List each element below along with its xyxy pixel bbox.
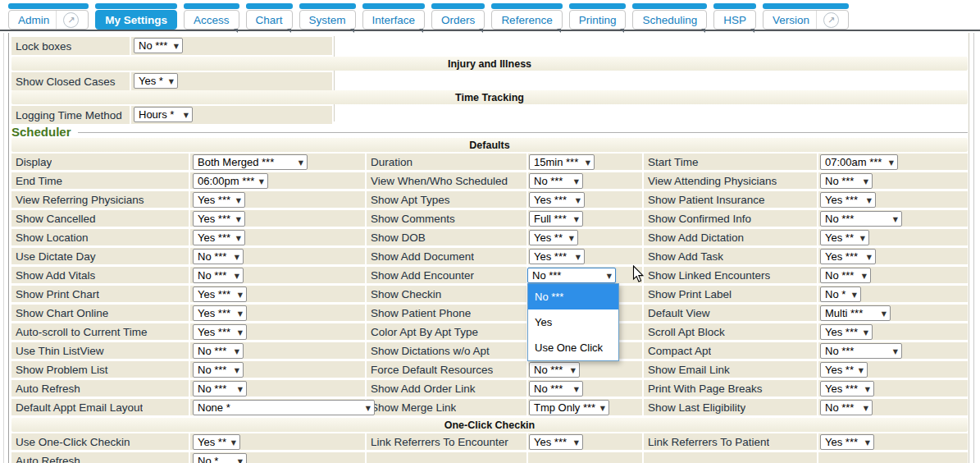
select-default-appt-email-layout[interactable]: None *▼ bbox=[193, 400, 375, 415]
dropdown-arrow-icon: ▼ bbox=[607, 272, 612, 279]
select-show-closed-cases[interactable]: Yes *▼ bbox=[134, 73, 178, 89]
select-auto-refresh[interactable]: No ***▼ bbox=[193, 381, 247, 397]
dropdown-option-no[interactable]: No *** bbox=[528, 284, 618, 309]
dropdown-arrow-icon: ▼ bbox=[576, 196, 581, 204]
select-show-add-dictation[interactable]: Yes **▼ bbox=[820, 230, 869, 245]
tab-my-settings[interactable]: My Settings bbox=[95, 3, 177, 30]
row-cell: Use One-Click Checkin bbox=[11, 433, 189, 450]
select-duration[interactable]: 15min ***▼ bbox=[529, 154, 595, 170]
tab-version[interactable]: Version↗ bbox=[763, 3, 849, 30]
setting-label: Use Dictate Day bbox=[11, 250, 96, 263]
select-use-thin-listview[interactable]: No ***▼ bbox=[193, 343, 244, 359]
select-show-confirmed-info[interactable]: No ***▼ bbox=[820, 211, 902, 227]
select-show-chart-online[interactable]: Yes ***▼ bbox=[193, 305, 247, 321]
select-print-with-page-breaks[interactable]: Yes ***▼ bbox=[820, 381, 874, 397]
select-show-add-order-link[interactable]: No ***▼ bbox=[529, 381, 583, 397]
select-auto-scroll-to-current-time[interactable]: Yes ***▼ bbox=[193, 324, 247, 340]
row-cell: Link Referrers To Encounter bbox=[367, 433, 526, 450]
row-cell: View Referring Physicians bbox=[11, 191, 189, 208]
setting-label: Force Default Resources bbox=[367, 364, 493, 376]
row-cell: Show Patient Phone bbox=[367, 305, 526, 321]
tab-printing[interactable]: Printing bbox=[569, 3, 627, 30]
dropdown-option-use-one-click[interactable]: Use One Click bbox=[528, 335, 618, 360]
select-show-merge-link[interactable]: Tmp Only ***▼ bbox=[529, 400, 609, 415]
select-view-when-who-scheduled[interactable]: No ***▼ bbox=[529, 173, 583, 189]
row-cell: Lock boxes bbox=[11, 37, 130, 55]
select-value: No * bbox=[198, 455, 218, 463]
row-cell: Color Apt By Apt Type bbox=[367, 323, 526, 340]
select-show-apt-types[interactable]: Yes ***▼ bbox=[529, 192, 585, 208]
tab-interface[interactable]: Interface bbox=[362, 3, 426, 30]
tab-accent-strip bbox=[299, 3, 356, 9]
dropdown-option-label: No *** bbox=[535, 291, 563, 303]
setting-label: Show Checkin bbox=[367, 288, 441, 300]
select-compact-apt[interactable]: No ***▼ bbox=[820, 343, 902, 359]
select-lock-boxes[interactable]: No ***▼ bbox=[134, 38, 183, 53]
select-show-email-link[interactable]: Yes **▼ bbox=[820, 362, 868, 378]
tab-scheduling[interactable]: Scheduling bbox=[632, 3, 707, 30]
external-link-icon[interactable]: ↗ bbox=[823, 12, 839, 28]
select-show-add-encounter[interactable]: No ***▼ bbox=[527, 268, 616, 283]
row-cell: Compact Apt bbox=[644, 342, 817, 359]
select-link-referrers-to-patient[interactable]: Yes ***▼ bbox=[820, 434, 874, 450]
select-force-default-resources[interactable]: No ***▼ bbox=[529, 362, 580, 378]
setting-label: Show Location bbox=[11, 232, 89, 244]
tab-hsp[interactable]: HSP bbox=[713, 3, 756, 30]
dropdown-arrow-icon: ▼ bbox=[574, 177, 579, 185]
tab-label: Interface bbox=[372, 14, 416, 26]
tab-body: Chart bbox=[246, 10, 293, 30]
dropdown-option-yes[interactable]: Yes bbox=[528, 309, 618, 335]
tab-divider bbox=[56, 11, 57, 29]
setting-label: Show Patient Insurance bbox=[644, 194, 765, 206]
select-auto-refresh[interactable]: No *▼ bbox=[193, 453, 247, 463]
select-show-add-task[interactable]: Yes ***▼ bbox=[820, 249, 876, 264]
tab-system[interactable]: System bbox=[299, 3, 356, 30]
select-show-last-eligibility[interactable]: No ***▼ bbox=[820, 400, 873, 415]
row-cell: Show Confirmed Info bbox=[644, 210, 817, 227]
select-show-linked-encounters[interactable]: No ***▼ bbox=[820, 268, 871, 283]
select-show-problem-list[interactable]: No ***▼ bbox=[193, 362, 244, 378]
select-use-dictate-day[interactable]: No ***▼ bbox=[193, 249, 244, 264]
tab-admin[interactable]: Admin↗ bbox=[8, 3, 89, 30]
select-value: No *** bbox=[825, 345, 854, 357]
tab-orders[interactable]: Orders bbox=[431, 3, 485, 30]
dropdown-arrow-icon: ▼ bbox=[864, 328, 868, 336]
setting-label: Auto Refresh bbox=[11, 383, 80, 395]
tab-reference[interactable]: Reference bbox=[491, 3, 562, 30]
dropdown-arrow-icon: ▼ bbox=[236, 215, 241, 222]
dropdown-arrow-icon: ▼ bbox=[574, 215, 579, 222]
row-cell bbox=[367, 452, 526, 463]
select-show-print-chart[interactable]: Yes ***▼ bbox=[193, 287, 247, 302]
select-view-attending-physicians[interactable]: No ***▼ bbox=[820, 173, 873, 189]
select-show-print-label[interactable]: No *▼ bbox=[820, 287, 861, 302]
select-end-time[interactable]: 06:00pm ***▼ bbox=[193, 173, 268, 189]
select-show-add-document[interactable]: Yes ***▼ bbox=[529, 249, 585, 264]
dropdown-arrow-icon: ▼ bbox=[867, 196, 872, 204]
select-show-comments[interactable]: Full ***▼ bbox=[529, 211, 583, 227]
dropdown-arrow-icon: ▼ bbox=[235, 253, 239, 260]
select-show-add-vitals[interactable]: No ***▼ bbox=[193, 268, 244, 283]
select-show-dob[interactable]: Yes **▼ bbox=[529, 230, 578, 245]
select-use-one-click-checkin[interactable]: Yes **▼ bbox=[193, 434, 240, 450]
select-logging-time-method[interactable]: Hours *▼ bbox=[134, 107, 193, 122]
select-display[interactable]: Both Merged ***▼ bbox=[193, 154, 308, 170]
select-value: 06:00pm *** bbox=[198, 175, 254, 187]
tab-access[interactable]: Access bbox=[184, 3, 239, 30]
external-link-icon[interactable]: ↗ bbox=[63, 12, 79, 28]
row-cell: Default Appt Email Layout bbox=[11, 399, 189, 415]
frame-line bbox=[8, 33, 9, 463]
select-view-referring-physicians[interactable]: Yes ***▼ bbox=[193, 192, 245, 208]
row-cell: Link Referrers To Patient bbox=[644, 433, 817, 450]
setting-label: Show Add Document bbox=[367, 250, 474, 263]
select-link-referrers-to-encounter[interactable]: Yes ***▼ bbox=[529, 434, 583, 450]
tab-label: Chart bbox=[256, 14, 283, 26]
select-scroll-apt-block[interactable]: Yes ***▼ bbox=[820, 324, 873, 340]
setting-label: Show Print Label bbox=[644, 288, 732, 300]
select-show-patient-insurance[interactable]: Yes ***▼ bbox=[820, 192, 876, 208]
select-show-cancelled[interactable]: Yes ***▼ bbox=[193, 211, 245, 227]
select-start-time[interactable]: 07:00am ***▼ bbox=[820, 154, 898, 170]
section-header: Injury and Illness bbox=[11, 57, 968, 71]
select-default-view[interactable]: Multi ***▼ bbox=[820, 305, 891, 321]
select-show-location[interactable]: Yes ***▼ bbox=[193, 230, 245, 245]
tab-chart[interactable]: Chart bbox=[246, 3, 293, 30]
